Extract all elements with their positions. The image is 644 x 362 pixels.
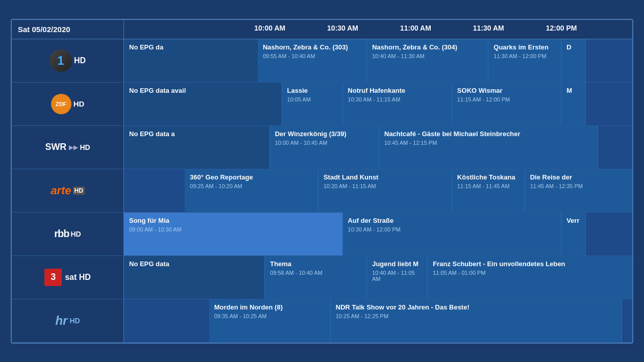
program-time: 10:00 AM - 10:45 AM — [275, 140, 374, 146]
program-cell[interactable]: No EPG data avail — [124, 83, 282, 125]
program-name: Lassie — [287, 87, 337, 95]
program-name: Köstliche Toskana — [457, 173, 519, 182]
epg-row: 3 sat HD No EPG dataThema09:58 AM - 10:4… — [12, 256, 632, 299]
program-time: 10:30 AM - 11:15 AM — [348, 96, 447, 102]
program-name: Notruf Hafenkante — [348, 87, 447, 95]
program-cell[interactable]: Nashorn, Zebra & Co. (303)09:55 AM - 10:… — [258, 39, 367, 82]
program-cell[interactable]: Lassie10:05 AM — [282, 83, 343, 125]
channel-cell-arte-hd[interactable]: arte HD — [12, 169, 124, 212]
program-time: 09:35 AM - 10:25 AM — [214, 313, 325, 319]
program-cell[interactable]: Stadt Land Kunst10:20 AM - 11:15 AM — [318, 169, 452, 212]
program-cell[interactable]: 360° Geo Reportage09:25 AM - 10:20 AM — [185, 169, 318, 212]
program-name: Auf der Straße — [348, 217, 556, 225]
program-time: 10:05 AM — [287, 96, 337, 102]
program-time: 10:40 AM - 11:05 AM — [372, 270, 422, 282]
epg-header: Sat 05/02/2020 10:00 AM10:30 AM11:00 AM1… — [12, 20, 632, 39]
program-name: No EPG data — [129, 260, 259, 269]
channel-cell-hr-hd[interactable]: hr HD — [12, 299, 124, 342]
channel-cell-rbb-hd[interactable]: rbb HD — [12, 213, 124, 255]
program-name: Der Winzerkönig (3/39) — [275, 130, 374, 139]
epg-row: rbb HD Song für Mia09:00 AM - 10:30 AMAu… — [12, 213, 632, 256]
program-cell[interactable]: Song für Mia09:00 AM - 10:30 AM — [124, 213, 343, 255]
epg-row: SWR ▶▶ HD No EPG data aDer Winzerkönig (… — [12, 126, 632, 169]
program-name: D — [566, 43, 580, 52]
channel-logo-rbb-hd: rbb HD — [16, 228, 119, 240]
program-cell[interactable]: Jugend liebt M10:40 AM - 11:05 AM — [367, 256, 428, 299]
programs-row-das-erste-hd: No EPG daNashorn, Zebra & Co. (303)09:55… — [124, 39, 632, 82]
program-cell[interactable]: D — [561, 39, 586, 82]
program-name: Verr — [566, 217, 580, 225]
time-header-label: 11:30 AM — [473, 24, 504, 32]
header-times: 10:00 AM10:30 AM11:00 AM11:30 AM12:00 PM — [124, 20, 632, 39]
program-cell[interactable]: No EPG data — [124, 256, 265, 299]
channel-logo-das-erste-hd: 1 HD — [16, 49, 119, 72]
program-time: 11:30 AM - 12:00 PM — [493, 53, 556, 59]
epg-row: ZDF HD No EPG data availLassie10:05 AMNo… — [12, 83, 632, 126]
program-cell[interactable]: Der Winzerkönig (3/39)10:00 AM - 10:45 A… — [270, 126, 379, 169]
channel-logo-arte-hd: arte HD — [16, 184, 119, 197]
program-name: No EPG da — [129, 43, 257, 52]
program-time: 09:25 AM - 10:20 AM — [190, 183, 313, 189]
program-time: 11:05 AM - 01:00 PM — [433, 270, 629, 276]
program-cell[interactable]: Morden im Norden (8)09:35 AM - 10:25 AM — [209, 299, 331, 342]
program-name: Nashorn, Zebra & Co. (303) — [263, 43, 361, 52]
epg-body: 1 HD No EPG daNashorn, Zebra & Co. (303)… — [12, 39, 632, 343]
program-cell[interactable]: Thema09:58 AM - 10:40 AM — [265, 256, 367, 299]
program-time: 11:15 AM - 11:45 AM — [457, 183, 519, 189]
program-cell[interactable]: Notruf Hafenkante10:30 AM - 11:15 AM — [343, 83, 452, 125]
header-date: Sat 05/02/2020 — [12, 20, 124, 39]
program-name: Die Reise der — [530, 173, 629, 182]
program-cell[interactable]: Auf der Straße10:30 AM - 12:00 PM — [343, 213, 562, 255]
program-time: 10:30 AM - 12:00 PM — [348, 226, 556, 232]
program-cell[interactable]: Verr — [561, 213, 586, 255]
channel-cell-zdf-hd[interactable]: ZDF HD — [12, 83, 124, 125]
program-time: 09:55 AM - 10:40 AM — [263, 53, 361, 59]
program-cell[interactable]: NDR Talk Show vor 20 Jahren - Das Beste!… — [331, 299, 622, 342]
program-cell[interactable]: M — [561, 83, 586, 125]
program-time: 11:15 AM - 12:00 PM — [457, 96, 556, 102]
programs-row-arte-hd: 360° Geo Reportage09:25 AM - 10:20 AMSta… — [124, 169, 632, 212]
program-name: Jugend liebt M — [372, 260, 422, 269]
program-cell[interactable]: No EPG data a — [124, 126, 270, 169]
time-header-label: 12:00 PM — [546, 24, 577, 32]
program-name: Nachtcafé - Gäste bei Michael Steinbrech… — [384, 130, 592, 139]
program-name: Franz Schubert - Ein unvollendetes Leben — [433, 260, 629, 269]
program-name: No EPG data avail — [129, 87, 277, 95]
programs-row-swr-hd: No EPG data aDer Winzerkönig (3/39)10:00… — [124, 126, 632, 169]
program-name: Stadt Land Kunst — [324, 173, 447, 182]
channel-cell-sat3-hd[interactable]: 3 sat HD — [12, 256, 124, 299]
channel-logo-sat3-hd: 3 sat HD — [16, 269, 119, 286]
program-cell[interactable]: Quarks im Ersten11:30 AM - 12:00 PM — [488, 39, 561, 82]
program-time: 10:45 AM - 12:15 PM — [384, 140, 592, 146]
program-cell[interactable]: Nashorn, Zebra & Co. (304)10:40 AM - 11:… — [367, 39, 488, 82]
epg-row: arte HD 360° Geo Reportage09:25 AM - 10:… — [12, 169, 632, 213]
program-name: NDR Talk Show vor 20 Jahren - Das Beste! — [336, 303, 616, 312]
program-name: 360° Geo Reportage — [190, 173, 313, 182]
program-name: Morden im Norden (8) — [214, 303, 325, 312]
program-time: 10:20 AM - 11:15 AM — [324, 183, 447, 189]
epg-grid: Sat 05/02/2020 10:00 AM10:30 AM11:00 AM1… — [11, 19, 633, 344]
programs-row-sat3-hd: No EPG dataThema09:58 AM - 10:40 AMJugen… — [124, 256, 632, 299]
program-cell[interactable]: Die Reise der11:45 AM - 12:35 PM — [525, 169, 632, 212]
channel-logo-zdf-hd: ZDF HD — [16, 94, 119, 114]
channel-cell-swr-hd[interactable]: SWR ▶▶ HD — [12, 126, 124, 169]
program-cell[interactable]: Köstliche Toskana11:15 AM - 11:45 AM — [452, 169, 525, 212]
program-cell[interactable]: No EPG da — [124, 39, 262, 82]
channel-logo-swr-hd: SWR ▶▶ HD — [16, 142, 119, 152]
program-cell[interactable]: Franz Schubert - Ein unvollendetes Leben… — [428, 256, 632, 299]
epg-row: hr HD Morden im Norden (8)09:35 AM - 10:… — [12, 299, 632, 343]
channel-cell-das-erste-hd[interactable]: 1 HD — [12, 39, 124, 82]
program-cell[interactable]: SOKO Wismar11:15 AM - 12:00 PM — [452, 83, 561, 125]
program-name: Thema — [270, 260, 361, 269]
program-name: No EPG data a — [129, 130, 264, 139]
program-name: Quarks im Ersten — [493, 43, 556, 52]
program-time: 10:25 AM - 12:25 PM — [336, 313, 616, 319]
time-header-label: 10:00 AM — [254, 24, 285, 32]
programs-row-zdf-hd: No EPG data availLassie10:05 AMNotruf Ha… — [124, 83, 632, 125]
program-name: Nashorn, Zebra & Co. (304) — [372, 43, 483, 52]
program-cell[interactable]: Nachtcafé - Gäste bei Michael Steinbrech… — [379, 126, 598, 169]
time-header-label: 10:30 AM — [327, 24, 358, 32]
program-time: 09:00 AM - 10:30 AM — [129, 226, 337, 232]
program-time: 10:40 AM - 11:30 AM — [372, 53, 483, 59]
program-time: 11:45 AM - 12:35 PM — [530, 183, 629, 189]
